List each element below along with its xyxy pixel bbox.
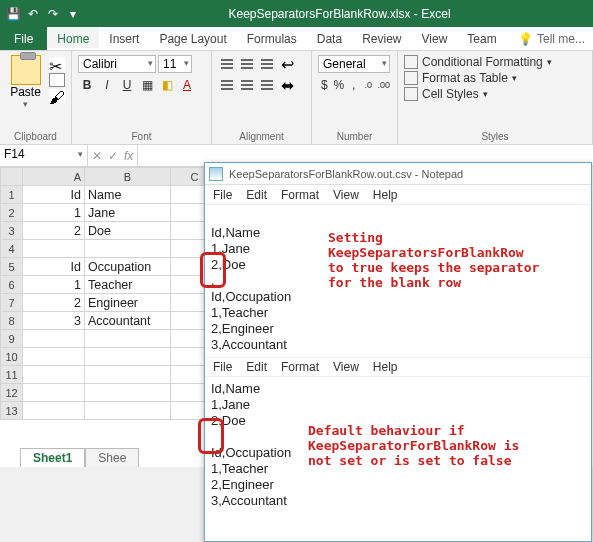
np-menu-edit[interactable]: Edit bbox=[246, 188, 267, 202]
undo-icon[interactable]: ↶ bbox=[24, 5, 42, 23]
align-middle-button[interactable] bbox=[238, 55, 256, 73]
tab-view[interactable]: View bbox=[412, 27, 458, 50]
cell-b1[interactable]: Name bbox=[85, 186, 171, 204]
fill-color-button[interactable]: ◧ bbox=[158, 76, 176, 94]
row-header-5[interactable]: 5 bbox=[1, 258, 23, 276]
cell-a3[interactable]: 2 bbox=[23, 222, 85, 240]
paste-button[interactable]: Paste ▾ bbox=[6, 55, 45, 129]
row-header-12[interactable]: 12 bbox=[1, 384, 23, 402]
format-painter-icon[interactable]: 🖌 bbox=[49, 89, 65, 103]
cell-b13[interactable] bbox=[85, 402, 171, 420]
cell-b7[interactable]: Engineer bbox=[85, 294, 171, 312]
name-box[interactable]: F14 bbox=[0, 145, 88, 166]
cell-a11[interactable] bbox=[23, 366, 85, 384]
col-header-a[interactable]: A bbox=[23, 168, 85, 186]
currency-button[interactable]: $ bbox=[318, 76, 331, 94]
number-format-dropdown[interactable]: General bbox=[318, 55, 390, 73]
sheet-tab-next[interactable]: Shee bbox=[85, 448, 139, 467]
cell-a2[interactable]: 1 bbox=[23, 204, 85, 222]
row-header-1[interactable]: 1 bbox=[1, 186, 23, 204]
tab-insert[interactable]: Insert bbox=[99, 27, 149, 50]
italic-button[interactable]: I bbox=[98, 76, 116, 94]
copy-icon[interactable] bbox=[49, 73, 65, 87]
underline-button[interactable]: U bbox=[118, 76, 136, 94]
np2-menu-file[interactable]: File bbox=[213, 359, 232, 375]
row-header-2[interactable]: 2 bbox=[1, 204, 23, 222]
cell-b2[interactable]: Jane bbox=[85, 204, 171, 222]
tab-review[interactable]: Review bbox=[352, 27, 411, 50]
cell-a12[interactable] bbox=[23, 384, 85, 402]
enter-icon[interactable]: ✓ bbox=[108, 149, 118, 163]
sheet-tab-active[interactable]: Sheet1 bbox=[20, 448, 85, 467]
np2-menu-format[interactable]: Format bbox=[281, 359, 319, 375]
align-center-button[interactable] bbox=[238, 76, 256, 94]
cell-a6[interactable]: 1 bbox=[23, 276, 85, 294]
cell-a4[interactable] bbox=[23, 240, 85, 258]
tab-file[interactable]: File bbox=[0, 27, 47, 50]
save-icon[interactable]: 💾 bbox=[4, 5, 22, 23]
row-header-6[interactable]: 6 bbox=[1, 276, 23, 294]
cut-icon[interactable]: ✂ bbox=[49, 57, 65, 71]
cell-a1[interactable]: Id bbox=[23, 186, 85, 204]
font-size-dropdown[interactable]: 11 bbox=[158, 55, 192, 73]
np-menu-file[interactable]: File bbox=[213, 188, 232, 202]
cell-b5[interactable]: Occupation bbox=[85, 258, 171, 276]
cell-a13[interactable] bbox=[23, 402, 85, 420]
tab-data[interactable]: Data bbox=[307, 27, 352, 50]
np2-menu-edit[interactable]: Edit bbox=[246, 359, 267, 375]
decrease-decimal-button[interactable]: .00 bbox=[377, 76, 392, 94]
align-bottom-button[interactable] bbox=[258, 55, 276, 73]
tab-team[interactable]: Team bbox=[457, 27, 506, 50]
row-header-9[interactable]: 9 bbox=[1, 330, 23, 348]
font-name-dropdown[interactable]: Calibri bbox=[78, 55, 156, 73]
row-header-7[interactable]: 7 bbox=[1, 294, 23, 312]
tell-me[interactable]: 💡 Tell me... bbox=[510, 27, 593, 50]
comma-button[interactable]: , bbox=[347, 76, 360, 94]
percent-button[interactable]: % bbox=[333, 76, 346, 94]
cell-a9[interactable] bbox=[23, 330, 85, 348]
tab-home[interactable]: Home bbox=[47, 27, 99, 50]
cell-b9[interactable] bbox=[85, 330, 171, 348]
cell-a10[interactable] bbox=[23, 348, 85, 366]
redo-icon[interactable]: ↷ bbox=[44, 5, 62, 23]
col-header-b[interactable]: B bbox=[85, 168, 171, 186]
cancel-icon[interactable]: ✕ bbox=[92, 149, 102, 163]
row-header-8[interactable]: 8 bbox=[1, 312, 23, 330]
conditional-formatting-button[interactable]: Conditional Formatting▾ bbox=[404, 55, 552, 69]
notepad-title-bar[interactable]: KeepSeparatorsForBlankRow.out.csv - Note… bbox=[205, 163, 591, 185]
format-as-table-button[interactable]: Format as Table▾ bbox=[404, 71, 552, 85]
tab-page-layout[interactable]: Page Layout bbox=[149, 27, 236, 50]
fx-icon[interactable]: fx bbox=[124, 149, 133, 163]
cell-b12[interactable] bbox=[85, 384, 171, 402]
align-left-button[interactable] bbox=[218, 76, 236, 94]
merge-button[interactable]: ⬌ bbox=[278, 76, 296, 94]
select-all-corner[interactable] bbox=[1, 168, 23, 186]
cell-styles-button[interactable]: Cell Styles▾ bbox=[404, 87, 552, 101]
border-button[interactable]: ▦ bbox=[138, 76, 156, 94]
np-menu-format[interactable]: Format bbox=[281, 188, 319, 202]
increase-decimal-button[interactable]: .0 bbox=[362, 76, 375, 94]
bold-button[interactable]: B bbox=[78, 76, 96, 94]
align-right-button[interactable] bbox=[258, 76, 276, 94]
cell-b6[interactable]: Teacher bbox=[85, 276, 171, 294]
cell-b3[interactable]: Doe bbox=[85, 222, 171, 240]
np2-menu-help[interactable]: Help bbox=[373, 359, 398, 375]
row-header-4[interactable]: 4 bbox=[1, 240, 23, 258]
np-menu-view[interactable]: View bbox=[333, 188, 359, 202]
cell-b8[interactable]: Accountant bbox=[85, 312, 171, 330]
cell-b4[interactable] bbox=[85, 240, 171, 258]
row-header-13[interactable]: 13 bbox=[1, 402, 23, 420]
row-header-3[interactable]: 3 bbox=[1, 222, 23, 240]
font-color-button[interactable]: A bbox=[178, 76, 196, 94]
wrap-text-button[interactable]: ↩ bbox=[278, 55, 296, 73]
tab-formulas[interactable]: Formulas bbox=[237, 27, 307, 50]
cell-a7[interactable]: 2 bbox=[23, 294, 85, 312]
row-header-10[interactable]: 10 bbox=[1, 348, 23, 366]
qat-more-icon[interactable]: ▾ bbox=[64, 5, 82, 23]
np-menu-help[interactable]: Help bbox=[373, 188, 398, 202]
row-header-11[interactable]: 11 bbox=[1, 366, 23, 384]
cell-b10[interactable] bbox=[85, 348, 171, 366]
cell-a5[interactable]: Id bbox=[23, 258, 85, 276]
np2-menu-view[interactable]: View bbox=[333, 359, 359, 375]
align-top-button[interactable] bbox=[218, 55, 236, 73]
